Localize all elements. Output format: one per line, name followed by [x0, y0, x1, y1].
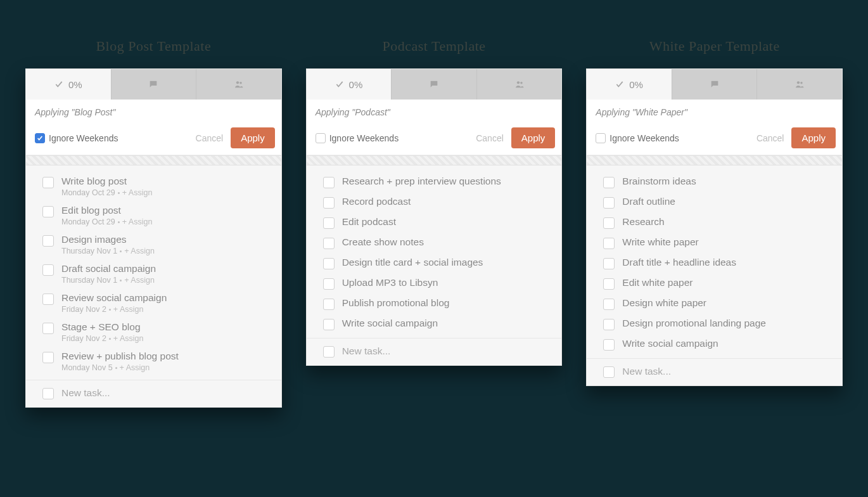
tab-comments[interactable] [392, 69, 477, 100]
task-checkbox[interactable] [323, 299, 335, 310]
task-row[interactable]: Write blog postMonday Oct 29+ Assign [26, 172, 281, 201]
task-row[interactable]: Design title card + social images [307, 253, 562, 273]
task-date: Monday Oct 29 [61, 188, 115, 197]
task-checkbox[interactable] [603, 238, 615, 249]
assign-link[interactable]: + Assign [113, 305, 144, 314]
ignore-weekends-label: Ignore Weekends [329, 133, 399, 143]
assign-link[interactable]: + Assign [122, 188, 153, 197]
task-checkbox[interactable] [603, 278, 615, 290]
assign-link[interactable]: + Assign [113, 334, 144, 343]
task-checkbox[interactable] [42, 264, 54, 276]
task-checkbox[interactable] [603, 197, 615, 209]
task-checkbox[interactable] [42, 294, 54, 305]
task-list: Write blog postMonday Oct 29+ AssignEdit… [26, 165, 281, 407]
chat-icon [710, 79, 720, 89]
tab-people[interactable] [196, 69, 281, 100]
task-date: Monday Nov 5 [61, 363, 113, 372]
task-row[interactable]: Review social campaignFriday Nov 2+ Assi… [26, 288, 281, 318]
assign-link[interactable]: + Assign [122, 217, 153, 226]
new-task-row[interactable]: New task... [307, 338, 562, 365]
task-row[interactable]: Design promotional landing page [587, 314, 842, 334]
task-row[interactable]: Publish promotional blog [307, 294, 562, 314]
task-row[interactable]: Write social campaign [587, 334, 842, 354]
users-icon [794, 79, 805, 89]
task-row[interactable]: Edit white paper [587, 273, 842, 294]
task-row[interactable]: Stage + SEO blogFriday Nov 2+ Assign [26, 318, 281, 347]
assign-link[interactable]: + Assign [124, 276, 155, 285]
task-title: Create show notes [342, 236, 424, 248]
task-checkbox[interactable] [603, 339, 615, 351]
template-panel: White Paper Template 0%Applying "White P… [586, 38, 843, 408]
task-checkbox[interactable] [42, 352, 54, 363]
task-checkbox[interactable] [603, 299, 615, 310]
assign-link[interactable]: + Assign [124, 247, 155, 255]
task-checkbox[interactable] [323, 346, 335, 358]
task-title: Upload MP3 to Libsyn [342, 277, 438, 288]
task-checkbox[interactable] [323, 319, 335, 330]
cancel-button[interactable]: Cancel [476, 133, 504, 143]
apply-button[interactable]: Apply [511, 127, 556, 148]
tabs: 0% [307, 69, 562, 100]
task-checkbox[interactable] [42, 388, 54, 399]
task-checkbox[interactable] [323, 258, 335, 269]
task-checkbox[interactable] [42, 323, 54, 334]
task-checkbox[interactable] [323, 278, 335, 290]
task-checkbox[interactable] [323, 217, 335, 229]
task-row[interactable]: Write social campaign [307, 314, 562, 334]
task-text: Publish promotional blog [342, 297, 450, 309]
task-title: Edit podcast [342, 216, 396, 228]
ignore-weekends-checkbox[interactable] [596, 133, 606, 143]
tab-progress[interactable]: 0% [587, 69, 672, 100]
task-title: Write blog post [61, 176, 152, 187]
task-row[interactable]: Record podcast [307, 192, 562, 212]
task-row[interactable]: Review + publish blog postMonday Nov 5+ … [26, 347, 281, 376]
task-row[interactable]: Brainstorm ideas [587, 172, 842, 192]
task-row[interactable]: Research + prep interview questions [307, 172, 562, 192]
task-row[interactable]: Write white paper [587, 233, 842, 253]
task-row[interactable]: Design white paper [587, 294, 842, 314]
assign-link[interactable]: + Assign [120, 363, 150, 372]
task-row[interactable]: Design imagesThursday Nov 1+ Assign [26, 230, 281, 259]
task-row[interactable]: Draft outline [587, 192, 842, 212]
apply-button[interactable]: Apply [231, 127, 275, 148]
cancel-button[interactable]: Cancel [196, 133, 224, 143]
tab-comments[interactable] [672, 69, 758, 100]
task-checkbox[interactable] [323, 238, 335, 249]
tab-progress[interactable]: 0% [307, 69, 392, 100]
controls-row: Ignore WeekendsCancelApply [587, 124, 842, 155]
task-checkbox[interactable] [603, 366, 615, 378]
task-row[interactable]: Create show notes [307, 233, 562, 253]
task-checkbox[interactable] [323, 177, 335, 188]
panel: 0%Applying "Blog Post"Ignore WeekendsCan… [25, 68, 282, 408]
task-row[interactable]: Research [587, 212, 842, 233]
tab-progress[interactable]: 0% [26, 69, 112, 100]
task-checkbox[interactable] [603, 177, 615, 188]
new-task-row[interactable]: New task... [587, 358, 842, 385]
task-row[interactable]: Edit podcast [307, 212, 562, 233]
cancel-button[interactable]: Cancel [756, 133, 784, 143]
task-meta: Friday Nov 2+ Assign [61, 305, 167, 314]
tab-people[interactable] [477, 69, 562, 100]
task-title: Design title card + social images [342, 257, 483, 268]
task-checkbox[interactable] [603, 319, 615, 330]
task-checkbox[interactable] [603, 258, 615, 269]
task-row[interactable]: Upload MP3 to Libsyn [307, 273, 562, 294]
ignore-weekends-label: Ignore Weekends [49, 133, 118, 143]
dot-icon [109, 338, 111, 340]
ignore-weekends-checkbox[interactable] [316, 133, 326, 143]
new-task-row[interactable]: New task... [26, 380, 281, 407]
tab-comments[interactable] [112, 69, 197, 100]
task-row[interactable]: Draft social campaignThursday Nov 1+ Ass… [26, 259, 281, 288]
tab-people[interactable] [757, 69, 842, 100]
template-panel: Blog Post Template 0%Applying "Blog Post… [25, 38, 282, 408]
task-title: Review social campaign [61, 292, 167, 304]
task-checkbox[interactable] [323, 197, 335, 209]
task-row[interactable]: Edit blog postMonday Oct 29+ Assign [26, 201, 281, 230]
apply-button[interactable]: Apply [791, 127, 836, 148]
task-checkbox[interactable] [42, 235, 54, 247]
task-row[interactable]: Draft title + headline ideas [587, 253, 842, 273]
task-checkbox[interactable] [42, 177, 54, 188]
task-checkbox[interactable] [42, 206, 54, 217]
task-checkbox[interactable] [603, 217, 615, 229]
ignore-weekends-checkbox[interactable] [35, 133, 45, 143]
